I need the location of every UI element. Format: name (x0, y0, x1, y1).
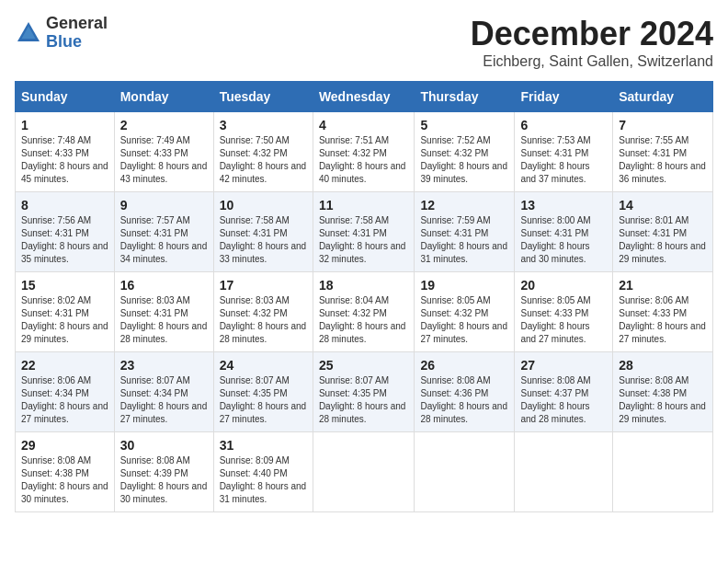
day-cell: 28Sunrise: 8:08 AMSunset: 4:38 PMDayligh… (613, 352, 713, 432)
day-cell: 26Sunrise: 8:08 AMSunset: 4:36 PMDayligh… (415, 352, 515, 432)
day-cell: 4Sunrise: 7:51 AMSunset: 4:32 PMDaylight… (313, 112, 415, 192)
day-info: Sunrise: 8:06 AMSunset: 4:33 PMDaylight:… (619, 295, 706, 344)
month-title: December 2024 (471, 15, 713, 53)
week-row-2: 8Sunrise: 7:56 AMSunset: 4:31 PMDaylight… (16, 192, 713, 272)
day-number: 12 (420, 198, 508, 213)
day-cell: 21Sunrise: 8:06 AMSunset: 4:33 PMDayligh… (613, 272, 713, 352)
day-number: 6 (520, 118, 607, 132)
day-cell: 20Sunrise: 8:05 AMSunset: 4:33 PMDayligh… (515, 272, 613, 352)
day-cell: 25Sunrise: 8:07 AMSunset: 4:35 PMDayligh… (313, 352, 415, 432)
day-cell (415, 432, 515, 512)
day-cell (515, 432, 613, 512)
day-cell: 5Sunrise: 7:52 AMSunset: 4:32 PMDaylight… (415, 112, 515, 192)
day-info: Sunrise: 8:01 AMSunset: 4:31 PMDaylight:… (619, 215, 706, 264)
day-cell: 17Sunrise: 8:03 AMSunset: 4:32 PMDayligh… (213, 272, 313, 352)
day-cell: 27Sunrise: 8:08 AMSunset: 4:37 PMDayligh… (515, 352, 613, 432)
day-cell: 10Sunrise: 7:58 AMSunset: 4:31 PMDayligh… (213, 192, 313, 272)
day-info: Sunrise: 7:58 AMSunset: 4:31 PMDaylight:… (220, 215, 307, 264)
day-info: Sunrise: 8:08 AMSunset: 4:37 PMDaylight:… (520, 375, 590, 424)
header-row: SundayMondayTuesdayWednesdayThursdayFrid… (16, 82, 713, 112)
day-cell: 22Sunrise: 8:06 AMSunset: 4:34 PMDayligh… (16, 352, 115, 432)
day-number: 3 (220, 118, 307, 132)
day-info: Sunrise: 8:05 AMSunset: 4:33 PMDaylight:… (520, 295, 590, 344)
logo: General Blue (15, 15, 108, 52)
day-cell: 16Sunrise: 8:03 AMSunset: 4:31 PMDayligh… (114, 272, 213, 352)
title-area: December 2024 Eichberg, Saint Gallen, Sw… (471, 15, 713, 70)
header-day-thursday: Thursday (415, 82, 515, 112)
day-cell: 6Sunrise: 7:53 AMSunset: 4:31 PMDaylight… (515, 112, 613, 192)
day-info: Sunrise: 8:08 AMSunset: 4:38 PMDaylight:… (21, 455, 108, 504)
day-number: 13 (520, 198, 607, 213)
day-info: Sunrise: 8:07 AMSunset: 4:35 PMDaylight:… (319, 375, 406, 424)
day-info: Sunrise: 8:05 AMSunset: 4:32 PMDaylight:… (420, 295, 507, 344)
header-day-tuesday: Tuesday (213, 82, 313, 112)
header: General Blue December 2024 Eichberg, Sai… (15, 15, 713, 70)
logo-blue-text: Blue (46, 33, 108, 52)
day-cell: 31Sunrise: 8:09 AMSunset: 4:40 PMDayligh… (213, 432, 313, 512)
day-number: 23 (120, 358, 208, 373)
day-number: 2 (120, 118, 208, 132)
logo-text: General Blue (46, 15, 108, 52)
day-info: Sunrise: 7:55 AMSunset: 4:31 PMDaylight:… (619, 135, 706, 184)
day-number: 11 (319, 198, 409, 213)
day-number: 15 (21, 278, 108, 293)
day-number: 1 (21, 118, 108, 132)
day-cell: 11Sunrise: 7:58 AMSunset: 4:31 PMDayligh… (313, 192, 415, 272)
header-day-wednesday: Wednesday (313, 82, 415, 112)
day-cell: 30Sunrise: 8:08 AMSunset: 4:39 PMDayligh… (114, 432, 213, 512)
day-cell: 9Sunrise: 7:57 AMSunset: 4:31 PMDaylight… (114, 192, 213, 272)
day-info: Sunrise: 7:49 AMSunset: 4:33 PMDaylight:… (120, 135, 208, 184)
day-info: Sunrise: 7:58 AMSunset: 4:31 PMDaylight:… (319, 215, 406, 264)
day-number: 16 (120, 278, 208, 293)
day-number: 22 (21, 358, 108, 373)
day-number: 8 (21, 198, 108, 213)
day-number: 24 (220, 358, 307, 373)
day-info: Sunrise: 8:08 AMSunset: 4:38 PMDaylight:… (619, 375, 706, 424)
day-cell: 18Sunrise: 8:04 AMSunset: 4:32 PMDayligh… (313, 272, 415, 352)
header-day-friday: Friday (515, 82, 613, 112)
day-cell: 2Sunrise: 7:49 AMSunset: 4:33 PMDaylight… (114, 112, 213, 192)
day-info: Sunrise: 8:06 AMSunset: 4:34 PMDaylight:… (21, 375, 108, 424)
day-cell: 19Sunrise: 8:05 AMSunset: 4:32 PMDayligh… (415, 272, 515, 352)
day-number: 31 (220, 438, 307, 453)
week-row-1: 1Sunrise: 7:48 AMSunset: 4:33 PMDaylight… (16, 112, 713, 192)
day-number: 27 (520, 358, 607, 373)
day-info: Sunrise: 7:52 AMSunset: 4:32 PMDaylight:… (420, 135, 507, 184)
day-number: 30 (120, 438, 208, 453)
day-info: Sunrise: 8:07 AMSunset: 4:35 PMDaylight:… (220, 375, 307, 424)
day-number: 20 (520, 278, 607, 293)
day-cell: 1Sunrise: 7:48 AMSunset: 4:33 PMDaylight… (16, 112, 115, 192)
day-cell: 29Sunrise: 8:08 AMSunset: 4:38 PMDayligh… (16, 432, 115, 512)
header-day-saturday: Saturday (613, 82, 713, 112)
day-number: 25 (319, 358, 409, 373)
day-info: Sunrise: 7:51 AMSunset: 4:32 PMDaylight:… (319, 135, 406, 184)
day-info: Sunrise: 7:50 AMSunset: 4:32 PMDaylight:… (220, 135, 307, 184)
day-cell: 13Sunrise: 8:00 AMSunset: 4:31 PMDayligh… (515, 192, 613, 272)
day-number: 19 (420, 278, 508, 293)
header-day-sunday: Sunday (16, 82, 115, 112)
week-row-4: 22Sunrise: 8:06 AMSunset: 4:34 PMDayligh… (16, 352, 713, 432)
day-cell: 24Sunrise: 8:07 AMSunset: 4:35 PMDayligh… (213, 352, 313, 432)
day-info: Sunrise: 7:48 AMSunset: 4:33 PMDaylight:… (21, 135, 108, 184)
day-info: Sunrise: 8:02 AMSunset: 4:31 PMDaylight:… (21, 295, 108, 344)
day-number: 9 (120, 198, 208, 213)
day-info: Sunrise: 8:09 AMSunset: 4:40 PMDaylight:… (220, 455, 307, 504)
header-day-monday: Monday (114, 82, 213, 112)
day-cell: 8Sunrise: 7:56 AMSunset: 4:31 PMDaylight… (16, 192, 115, 272)
day-number: 21 (619, 278, 707, 293)
day-info: Sunrise: 8:07 AMSunset: 4:34 PMDaylight:… (120, 375, 208, 424)
day-info: Sunrise: 8:08 AMSunset: 4:36 PMDaylight:… (420, 375, 507, 424)
day-number: 28 (619, 358, 707, 373)
day-cell: 3Sunrise: 7:50 AMSunset: 4:32 PMDaylight… (213, 112, 313, 192)
location-title: Eichberg, Saint Gallen, Switzerland (471, 53, 713, 70)
day-cell: 23Sunrise: 8:07 AMSunset: 4:34 PMDayligh… (114, 352, 213, 432)
day-info: Sunrise: 7:59 AMSunset: 4:31 PMDaylight:… (420, 215, 507, 264)
day-info: Sunrise: 7:53 AMSunset: 4:31 PMDaylight:… (520, 135, 590, 184)
day-info: Sunrise: 8:03 AMSunset: 4:32 PMDaylight:… (220, 295, 307, 344)
day-number: 26 (420, 358, 508, 373)
day-number: 18 (319, 278, 409, 293)
day-info: Sunrise: 8:04 AMSunset: 4:32 PMDaylight:… (319, 295, 406, 344)
day-number: 17 (220, 278, 307, 293)
day-info: Sunrise: 7:57 AMSunset: 4:31 PMDaylight:… (120, 215, 208, 264)
day-number: 29 (21, 438, 108, 453)
